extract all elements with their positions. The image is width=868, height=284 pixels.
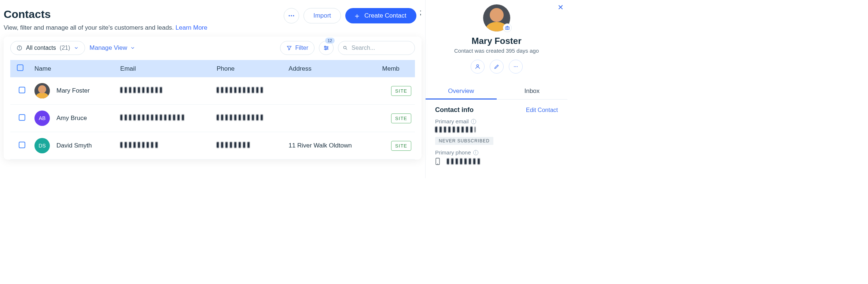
address-cell: 11 River Walk Oldtown — [285, 132, 378, 160]
svg-point-1 — [291, 15, 292, 16]
email-cell — [120, 115, 185, 120]
edit-contact-link[interactable]: Edit Contact — [526, 107, 558, 113]
mobile-icon — [435, 158, 440, 165]
svg-point-13 — [514, 66, 515, 67]
contact-name-cell: David Smyth — [56, 142, 92, 149]
svg-point-8 — [325, 49, 326, 50]
col-address[interactable]: Address — [285, 60, 378, 77]
svg-point-15 — [517, 66, 518, 67]
table-row[interactable]: Mary Foster SITE — [10, 77, 415, 105]
svg-point-7 — [327, 48, 328, 49]
column-settings-button[interactable]: 12 — [319, 41, 334, 55]
change-photo-button[interactable] — [503, 23, 512, 32]
col-member[interactable]: Memb — [379, 60, 415, 77]
learn-more-link[interactable]: Learn More — [176, 24, 207, 31]
col-name[interactable]: Name — [31, 60, 117, 77]
contact-name-cell: Mary Foster — [56, 87, 90, 94]
alert-circle-icon — [16, 45, 22, 51]
svg-rect-17 — [437, 164, 438, 164]
contact-created: Contact was created 395 days ago — [454, 48, 539, 54]
camera-icon — [505, 25, 510, 30]
tab-overview[interactable]: Overview — [426, 84, 497, 100]
member-badge: SITE — [391, 113, 411, 123]
svg-point-14 — [515, 66, 516, 67]
view-label: All contacts — [26, 45, 56, 51]
sliders-icon — [323, 45, 330, 51]
info-icon[interactable]: i — [471, 119, 476, 124]
primary-phone-value — [447, 158, 481, 164]
edit-contact-icon-button[interactable] — [490, 60, 504, 74]
stray-text: ; — [419, 8, 422, 16]
phone-cell — [217, 115, 264, 120]
svg-rect-4 — [19, 46, 19, 48]
more-actions-button[interactable] — [284, 8, 299, 23]
row-checkbox[interactable] — [19, 142, 25, 148]
filter-button[interactable]: Filter — [280, 41, 315, 55]
contacts-panel: All contacts (21) Manage View Filter 12 — [4, 37, 422, 160]
chevron-down-icon — [74, 45, 79, 51]
column-count-badge: 12 — [325, 38, 335, 44]
more-horizontal-icon — [513, 64, 519, 70]
email-cell — [120, 142, 158, 148]
subscription-tag: NEVER SUBSCRIBED — [435, 137, 493, 145]
more-horizontal-icon — [288, 12, 295, 19]
svg-point-11 — [506, 27, 508, 29]
avatar — [34, 83, 50, 98]
primary-email-label: Primary emaili — [435, 118, 558, 124]
member-badge: SITE — [391, 141, 411, 151]
phone-cell — [217, 142, 250, 148]
svg-rect-5 — [19, 49, 19, 49]
chevron-down-icon — [130, 45, 135, 51]
avatar: DS — [34, 138, 50, 153]
contact-side-panel: ✕ Mary Foster Contact was created 395 da… — [425, 0, 567, 178]
page-subtitle: View, filter and manage all of your site… — [4, 24, 422, 31]
create-contact-button[interactable]: ＋ Create Contact — [345, 8, 416, 23]
person-icon — [475, 64, 481, 70]
contacts-table: Name Email Phone Address Memb Mary Foste… — [10, 60, 415, 160]
search-icon — [343, 45, 348, 51]
svg-point-6 — [325, 46, 326, 47]
svg-point-0 — [288, 15, 290, 16]
view-selector[interactable]: All contacts (21) — [10, 41, 85, 55]
col-email[interactable]: Email — [117, 60, 213, 77]
phone-cell — [217, 87, 264, 93]
svg-point-2 — [293, 15, 294, 16]
row-checkbox[interactable] — [19, 87, 25, 93]
more-contact-button[interactable] — [509, 60, 523, 74]
primary-phone-label: Primary phonei — [435, 149, 558, 156]
table-row[interactable]: DS David Smyth 11 River Walk Oldtown SIT… — [10, 132, 415, 160]
address-cell — [285, 105, 378, 132]
contact-name-cell: Amy Bruce — [56, 115, 87, 122]
svg-point-9 — [343, 46, 346, 49]
member-badge: SITE — [391, 86, 411, 96]
manage-view-link[interactable]: Manage View — [89, 44, 135, 52]
close-panel-button[interactable]: ✕ — [558, 3, 564, 12]
address-cell — [285, 77, 378, 105]
email-cell — [120, 87, 164, 93]
primary-email-value — [435, 127, 475, 132]
view-member-button[interactable] — [471, 60, 485, 74]
contact-name: Mary Foster — [471, 36, 521, 46]
main-content: Contacts Import ＋ Create Contact ; View,… — [0, 0, 425, 160]
tab-inbox[interactable]: Inbox — [497, 84, 568, 99]
view-count: (21) — [60, 45, 70, 51]
page-title: Contacts — [4, 8, 51, 20]
avatar: AB — [34, 111, 50, 126]
contact-info-title: Contact info — [435, 106, 474, 114]
select-all-checkbox[interactable] — [17, 64, 23, 71]
info-icon[interactable]: i — [473, 150, 478, 155]
import-button[interactable]: Import — [304, 8, 341, 23]
funnel-icon — [286, 45, 292, 51]
create-contact-label: Create Contact — [364, 12, 406, 19]
pencil-icon — [494, 64, 500, 70]
col-phone[interactable]: Phone — [213, 60, 285, 77]
search-field[interactable] — [338, 41, 415, 55]
header-actions: Import ＋ Create Contact ; — [284, 8, 422, 23]
table-row[interactable]: AB Amy Bruce SITE — [10, 105, 415, 132]
plus-icon: ＋ — [353, 12, 361, 19]
svg-point-12 — [477, 65, 478, 67]
search-input[interactable] — [351, 44, 410, 52]
row-checkbox[interactable] — [19, 114, 25, 121]
